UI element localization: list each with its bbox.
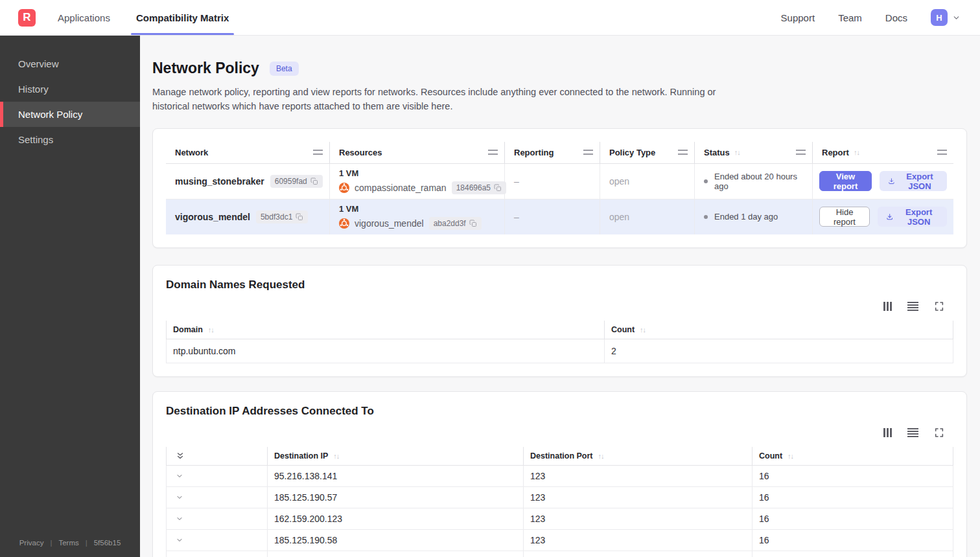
columns-icon[interactable]	[883, 428, 892, 437]
table-toolbar	[166, 427, 953, 438]
user-menu[interactable]: H	[931, 9, 961, 26]
vm-count: 1 VM	[339, 204, 358, 214]
link-support[interactable]: Support	[781, 12, 815, 23]
resource-id-badge[interactable]: 184696a5	[452, 181, 506, 194]
network-row-selected: vigorous_mendel 5bdf3dc1 1 VM vigorous_m…	[166, 199, 953, 234]
main-content: Network Policy Beta Manage network polic…	[140, 36, 980, 557]
column-drag-handle[interactable]	[678, 150, 688, 155]
reporting-value: –	[504, 199, 600, 234]
expand-row-button[interactable]	[166, 508, 268, 529]
copy-icon[interactable]	[494, 184, 502, 192]
chevron-down-icon	[952, 14, 961, 22]
sidebar-item-settings[interactable]: Settings	[0, 127, 140, 152]
sort-icon[interactable]: ↑↓	[208, 326, 214, 334]
domain-card-title: Domain Names Requested	[166, 278, 953, 291]
destination-card-title: Destination IP Addresses Connected To	[166, 405, 953, 418]
resource-name: compassionate_raman	[355, 183, 447, 193]
domain-value: ntp.ubuntu.com	[166, 339, 605, 363]
expand-all-icon[interactable]	[176, 451, 185, 460]
col-report: Report	[822, 148, 849, 157]
chevron-down-icon	[176, 472, 183, 480]
copy-icon[interactable]	[469, 220, 477, 227]
avatar[interactable]: H	[931, 9, 948, 26]
sidebar-item-history[interactable]: History	[0, 76, 140, 102]
column-drag-handle[interactable]	[488, 150, 498, 155]
sort-icon[interactable]: ↑↓	[598, 452, 604, 460]
col-destination-port: Destination Port	[530, 451, 593, 460]
export-json-button[interactable]: Export JSON	[878, 207, 947, 227]
expand-row-button[interactable]	[166, 487, 268, 508]
col-count: Count	[611, 325, 635, 334]
top-navbar: R Applications Compatibility Matrix Supp…	[0, 0, 980, 36]
count-value: 16	[752, 508, 953, 529]
copy-icon[interactable]	[310, 177, 318, 185]
ip-value: 185.125.190.58	[268, 530, 524, 551]
ubuntu-icon	[339, 183, 349, 193]
col-destination-ip: Destination IP	[274, 451, 328, 460]
port-value: 123	[524, 508, 752, 529]
sort-icon[interactable]: ↑↓	[333, 452, 339, 460]
ubuntu-icon	[339, 218, 349, 229]
expand-row-button[interactable]	[166, 530, 268, 551]
fullscreen-icon[interactable]	[934, 427, 944, 438]
column-drag-handle[interactable]	[937, 150, 947, 155]
destination-row: 95.216.138.141 123 16	[166, 466, 953, 487]
sidebar-footer: Privacy | Terms | 5f56b15	[0, 530, 140, 557]
tab-compatibility-matrix[interactable]: Compatibility Matrix	[136, 0, 229, 35]
col-reporting: Reporting	[514, 148, 554, 157]
privacy-link[interactable]: Privacy	[19, 539, 44, 547]
terms-link[interactable]: Terms	[58, 539, 78, 547]
col-status: Status	[704, 148, 730, 157]
destination-row: 162.159.200.123 123 16	[166, 508, 953, 530]
network-name: vigorous_mendel	[175, 212, 250, 222]
fullscreen-icon[interactable]	[934, 301, 944, 312]
col-resources: Resources	[339, 148, 382, 157]
sidebar: Overview History Network Policy Settings…	[0, 36, 140, 557]
ip-value: 95.216.138.141	[268, 466, 524, 486]
row-density-icon[interactable]	[907, 428, 918, 437]
hide-report-button[interactable]: Hide report	[819, 207, 870, 227]
columns-icon[interactable]	[883, 302, 892, 311]
networks-table-header: Network Resources Reporting Policy Type …	[166, 142, 953, 164]
tab-applications[interactable]: Applications	[58, 0, 110, 35]
destination-ips-card: Destination IP Addresses Connected To De…	[152, 391, 967, 557]
copy-icon[interactable]	[296, 213, 303, 221]
sort-icon[interactable]: ↑↓	[788, 452, 793, 460]
export-json-button[interactable]: Export JSON	[880, 171, 947, 191]
link-team[interactable]: Team	[838, 12, 862, 23]
count-value: 16	[752, 551, 953, 557]
link-docs[interactable]: Docs	[885, 12, 907, 23]
destination-table: Destination IP↑↓ Destination Port↑↓ Coun…	[166, 447, 953, 557]
download-icon	[886, 212, 893, 222]
sidebar-item-overview[interactable]: Overview	[0, 51, 140, 76]
expand-row-button[interactable]	[166, 466, 268, 486]
chevron-down-icon	[176, 515, 183, 523]
expand-row-button[interactable]	[166, 551, 268, 557]
network-id-badge[interactable]: 5bdf3dc1	[256, 210, 308, 223]
col-domain: Domain	[173, 325, 203, 334]
main-tabs: Applications Compatibility Matrix	[58, 0, 229, 35]
reporting-value: –	[504, 164, 600, 199]
download-icon	[888, 176, 895, 186]
sort-icon[interactable]: ↑↓	[854, 148, 859, 156]
resource-id-badge[interactable]: aba2dd3f	[429, 217, 482, 230]
column-drag-handle[interactable]	[313, 150, 323, 155]
count-value: 16	[752, 466, 953, 486]
build-version: 5f56b15	[94, 539, 121, 547]
status-dot	[704, 215, 708, 219]
domain-names-card: Domain Names Requested Domain↑↓ Count↑↓ …	[152, 265, 967, 377]
network-id-badge[interactable]: 60959fad	[270, 175, 323, 188]
sort-icon[interactable]: ↑↓	[640, 326, 646, 334]
sidebar-item-network-policy[interactable]: Network Policy	[0, 102, 140, 127]
network-row: musing_stonebraker 60959fad 1 VM compass…	[166, 164, 953, 199]
sort-icon[interactable]: ↑↓	[734, 148, 740, 156]
networks-card: Network Resources Reporting Policy Type …	[152, 128, 967, 248]
ip-value: 95.216.100.21	[268, 551, 524, 557]
policy-type-value: open	[600, 164, 694, 199]
app-logo[interactable]: R	[18, 9, 36, 27]
port-value: 123	[524, 551, 752, 557]
column-drag-handle[interactable]	[583, 150, 593, 155]
column-drag-handle[interactable]	[796, 150, 806, 155]
view-report-button[interactable]: View report	[819, 171, 872, 191]
row-density-icon[interactable]	[907, 302, 918, 311]
